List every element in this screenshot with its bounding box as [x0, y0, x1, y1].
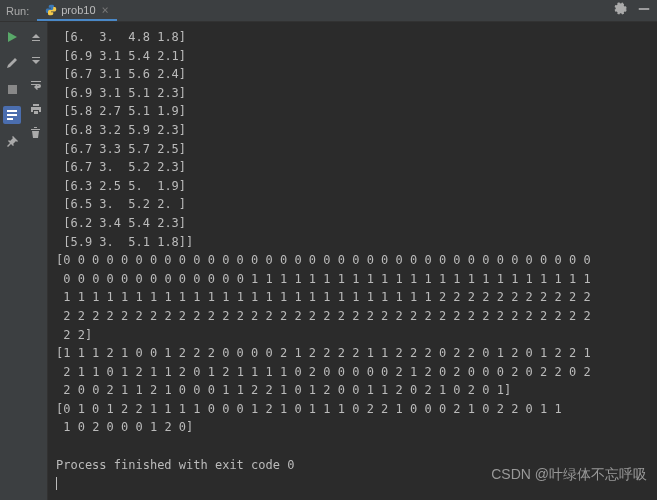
- run-label: Run:: [6, 5, 29, 17]
- tools-button[interactable]: [3, 54, 21, 72]
- svg-rect-0: [639, 8, 650, 10]
- console-text: [6. 3. 4.8 1.8] [6.9 3.1 5.4 2.1] [6.7 3…: [56, 28, 649, 493]
- gear-icon[interactable]: [613, 2, 627, 19]
- python-file-icon: [45, 4, 57, 16]
- rerun-button[interactable]: [3, 28, 21, 46]
- close-icon[interactable]: ×: [102, 3, 109, 17]
- minimize-icon[interactable]: [637, 2, 651, 19]
- tab-title: prob10: [61, 4, 95, 16]
- delete-button[interactable]: [27, 124, 45, 142]
- pin-button[interactable]: [3, 132, 21, 150]
- main-area: [6. 3. 4.8 1.8] [6.9 3.1 5.4 2.1] [6.7 3…: [0, 22, 657, 500]
- run-actions-rail: [0, 22, 24, 500]
- scroll-up-button[interactable]: [27, 28, 45, 46]
- console-output[interactable]: [6. 3. 4.8 1.8] [6.9 3.1 5.4 2.1] [6.7 3…: [48, 22, 657, 500]
- layout-button[interactable]: [3, 106, 21, 124]
- run-toolbar: Run: prob10 ×: [0, 0, 657, 22]
- stop-button[interactable]: [3, 80, 21, 98]
- svg-rect-1: [8, 85, 17, 94]
- run-tab-prob10[interactable]: prob10 ×: [37, 0, 117, 21]
- print-button[interactable]: [27, 100, 45, 118]
- scroll-down-button[interactable]: [27, 52, 45, 70]
- soft-wrap-button[interactable]: [27, 76, 45, 94]
- output-actions-rail: [24, 22, 48, 500]
